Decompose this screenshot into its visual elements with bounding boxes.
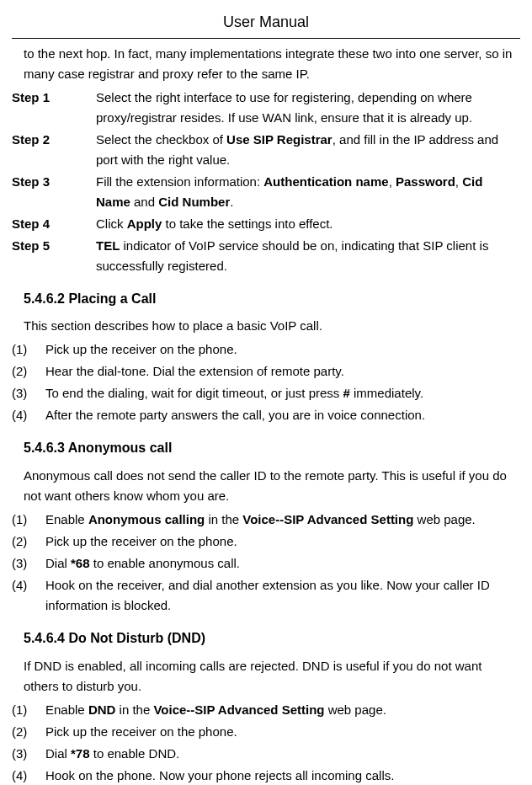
bold-text: Use SIP Registrar (226, 132, 332, 147)
step-label: Step 2 (12, 130, 96, 170)
page-content: User Manual to the next hop. In fact, ma… (0, 0, 532, 785)
text: to enable DND. (90, 746, 180, 761)
bold-text: *68 (71, 556, 90, 570)
list-item: (1) Enable DND in the Voice--SIP Advance… (12, 700, 520, 720)
item-number: (4) (12, 766, 45, 785)
item-text: Dial *68 to enable anonymous call. (45, 553, 520, 574)
text: , (389, 174, 396, 189)
step-5: Step 5 TEL indicator of VoIP service sho… (12, 236, 520, 276)
intro-paragraph: to the next hop. In fact, many implement… (12, 44, 520, 84)
text: To end the dialing, wait for digit timeo… (45, 386, 343, 400)
text: in the (115, 702, 153, 717)
text: Fill the extension information: (96, 174, 263, 189)
item-number: (2) (12, 531, 45, 552)
list-item: (2) Hear the dial-tone. Dial the extensi… (12, 361, 520, 382)
item-text: To end the dialing, wait for digit timeo… (45, 383, 520, 403)
step-content: Select the checkbox of Use SIP Registrar… (96, 130, 520, 170)
list-item: (3) To end the dialing, wait for digit t… (12, 383, 520, 403)
text: and (130, 195, 158, 209)
step-label: Step 5 (12, 236, 96, 276)
item-number: (3) (12, 383, 45, 403)
step-content: TEL indicator of VoIP service should be … (96, 236, 520, 276)
list-item: (2) Pick up the receiver on the phone. (12, 531, 520, 552)
bold-text: # (343, 386, 350, 400)
item-number: (3) (12, 553, 45, 574)
bold-text: Authentication name (263, 174, 388, 189)
item-text: Hear the dial-tone. Dial the extension o… (45, 361, 520, 382)
text: Enable (45, 702, 88, 717)
text: in the (205, 512, 242, 526)
step-content: Click Apply to take the settings into ef… (96, 214, 520, 234)
text: Enable (45, 512, 88, 526)
list-item: (4) Hook on the receiver, and dial anoth… (12, 575, 520, 616)
item-number: (2) (12, 361, 45, 382)
bold-text: Password (396, 174, 455, 189)
item-text: Enable DND in the Voice--SIP Advanced Se… (45, 700, 520, 720)
step-3: Step 3 Fill the extension information: A… (12, 172, 520, 212)
step-label: Step 3 (12, 172, 96, 212)
bold-text: Voice--SIP Advanced Setting (242, 512, 413, 526)
text: web page. (325, 702, 386, 717)
list-item: (4) After the remote party answers the c… (12, 405, 520, 425)
step-label: Step 1 (12, 88, 96, 128)
item-text: Hook on the phone. Now your phone reject… (45, 766, 520, 785)
section-intro: If DND is enabled, all incoming calls ar… (12, 656, 520, 697)
step-label: Step 4 (12, 214, 96, 234)
bold-text: Anonymous calling (88, 512, 205, 526)
bold-text: TEL (96, 238, 120, 253)
step-2: Step 2 Select the checkbox of Use SIP Re… (12, 130, 520, 170)
text: indicator of VoIP service should be on, … (96, 238, 488, 273)
list-item: (2) Pick up the receiver on the phone. (12, 722, 520, 742)
step-1: Step 1 Select the right interface to use… (12, 88, 520, 128)
section-heading-anonymous-call: 5.4.6.3 Anonymous call (12, 437, 520, 459)
bold-text: Apply (127, 216, 162, 231)
item-text: Pick up the receiver on the phone. (45, 339, 520, 360)
bold-text: *78 (71, 746, 90, 761)
text: Select the checkbox of (96, 132, 226, 147)
section-intro: This section describes how to place a ba… (12, 316, 520, 336)
item-number: (4) (12, 405, 45, 425)
text: Dial (45, 556, 71, 570)
step-4: Step 4 Click Apply to take the settings … (12, 214, 520, 234)
bold-text: Voice--SIP Advanced Setting (153, 702, 324, 717)
item-text: Hook on the receiver, and dial another e… (45, 575, 520, 616)
item-number: (2) (12, 722, 45, 742)
text: Dial (45, 746, 71, 761)
text: Click (96, 216, 127, 231)
item-number: (4) (12, 575, 45, 616)
list-item: (1) Pick up the receiver on the phone. (12, 339, 520, 360)
step-content: Select the right interface to use for re… (96, 88, 520, 128)
list-item: (3) Dial *78 to enable DND. (12, 744, 520, 764)
step-content: Fill the extension information: Authenti… (96, 172, 520, 212)
list-item: (3) Dial *68 to enable anonymous call. (12, 553, 520, 574)
text: immediately. (350, 386, 423, 400)
item-text: Pick up the receiver on the phone. (45, 722, 520, 742)
item-text: Enable Anonymous calling in the Voice--S… (45, 510, 520, 530)
text: to take the settings into effect. (162, 216, 332, 231)
text: web page. (413, 512, 475, 526)
item-text: Pick up the receiver on the phone. (45, 531, 520, 552)
bold-text: Cid Number (158, 195, 230, 209)
bold-text: DND (88, 702, 116, 717)
list-item: (4) Hook on the phone. Now your phone re… (12, 766, 520, 785)
item-number: (1) (12, 700, 45, 720)
item-number: (1) (12, 510, 45, 530)
item-number: (3) (12, 744, 45, 764)
item-text: Dial *78 to enable DND. (45, 744, 520, 764)
text: . (230, 195, 233, 209)
text: to enable anonymous call. (90, 556, 240, 570)
item-number: (1) (12, 339, 45, 360)
section-heading-dnd: 5.4.6.4 Do Not Disturb (DND) (12, 627, 520, 649)
item-text: After the remote party answers the call,… (45, 405, 520, 425)
text: , (455, 174, 462, 189)
list-item: (1) Enable Anonymous calling in the Voic… (12, 510, 520, 530)
section-intro: Anonymous call does not send the caller … (12, 466, 520, 506)
page-header: User Manual (12, 10, 520, 39)
section-heading-placing-call: 5.4.6.2 Placing a Call (12, 288, 520, 310)
